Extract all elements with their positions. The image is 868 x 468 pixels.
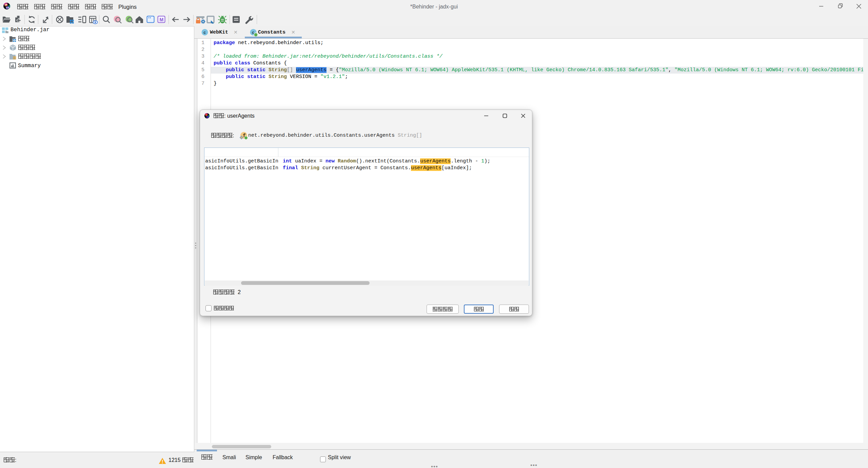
svg-text:DX: DX — [6, 6, 9, 9]
svg-text:c: c — [203, 31, 206, 35]
svg-text:JA: JA — [4, 3, 7, 6]
svg-text:M: M — [160, 17, 164, 22]
